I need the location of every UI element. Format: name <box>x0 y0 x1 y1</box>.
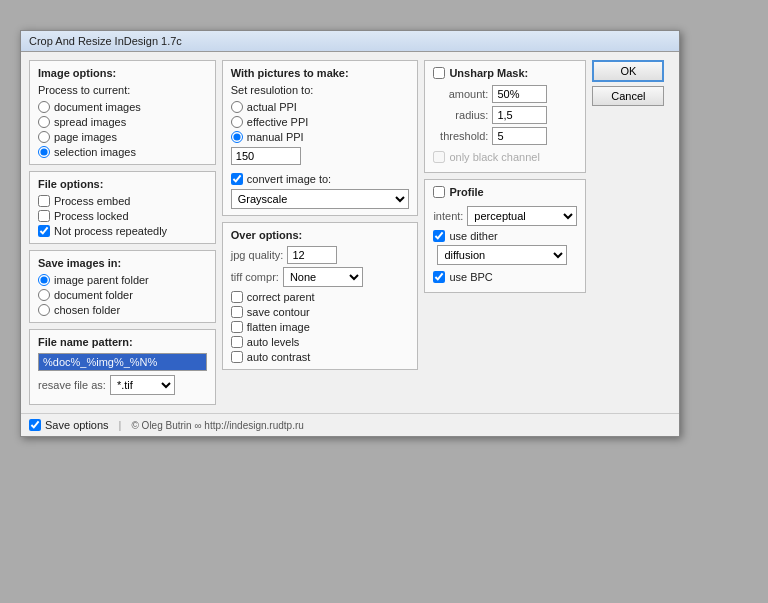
only-black-channel-label: only black channel <box>449 151 540 163</box>
radio-actual-ppi[interactable]: actual PPI <box>231 101 410 113</box>
correct-parent-label: correct parent <box>247 291 315 303</box>
use-bpc-checkbox[interactable] <box>433 271 445 283</box>
process-locked-input[interactable] <box>38 210 50 222</box>
use-dither-checkbox[interactable] <box>433 230 445 242</box>
amount-input[interactable] <box>492 85 547 103</box>
unsharp-section: Unsharp Mask: amount: radius: threshold: <box>424 60 586 173</box>
save-images-title: Save images in: <box>38 257 207 269</box>
threshold-label: threshold: <box>433 130 488 142</box>
radio-effective-ppi[interactable]: effective PPI <box>231 116 410 128</box>
radio-chosen-folder-label: chosen folder <box>54 304 120 316</box>
dialog-title: Crop And Resize InDesign 1.7c <box>29 35 182 47</box>
not-process-repeatedly-input[interactable] <box>38 225 50 237</box>
auto-contrast-label: auto contrast <box>247 351 311 363</box>
amount-label: amount: <box>433 88 488 100</box>
checkbox-save-contour[interactable]: save contour <box>231 306 410 318</box>
file-name-section: File name pattern: resave file as: *.tif… <box>29 329 216 405</box>
main-dialog: Crop And Resize InDesign 1.7c Image opti… <box>20 30 680 437</box>
intent-select[interactable]: perceptual relative colorimetric saturat… <box>467 206 577 226</box>
process-embed-input[interactable] <box>38 195 50 207</box>
checkbox-not-process-repeatedly[interactable]: Not process repeatedly <box>38 225 207 237</box>
file-name-title: File name pattern: <box>38 336 207 348</box>
radio-actual-ppi-label: actual PPI <box>247 101 297 113</box>
with-pictures-section: With pictures to make: Set resulotion to… <box>222 60 419 216</box>
profile-checkbox[interactable] <box>433 186 445 198</box>
button-panel: OK Cancel <box>592 60 671 405</box>
save-options-checkbox[interactable] <box>29 419 41 431</box>
radio-document-images-label: document images <box>54 101 141 113</box>
diffusion-select[interactable]: diffusion pattern noise <box>437 245 567 265</box>
manual-ppi-input[interactable] <box>231 147 301 165</box>
ok-button[interactable]: OK <box>592 60 664 82</box>
process-to-current-group: document images spread images page image… <box>38 101 207 158</box>
convert-image-label: convert image to: <box>247 173 331 185</box>
radio-page-images[interactable]: page images <box>38 131 207 143</box>
checkbox-process-locked[interactable]: Process locked <box>38 210 207 222</box>
unsharp-mask-checkbox[interactable] <box>433 67 445 79</box>
only-black-channel-checkbox[interactable] <box>433 151 445 163</box>
checkbox-flatten-image[interactable]: flatten image <box>231 321 410 333</box>
use-bpc-label: use BPC <box>449 271 492 283</box>
checkbox-process-embed[interactable]: Process embed <box>38 195 207 207</box>
radio-manual-ppi-input[interactable] <box>231 131 243 143</box>
radio-chosen-folder-input[interactable] <box>38 304 50 316</box>
intent-label: intent: <box>433 210 463 222</box>
save-images-section: Save images in: image parent folder docu… <box>29 250 216 323</box>
radius-input[interactable] <box>492 106 547 124</box>
radio-page-images-label: page images <box>54 131 117 143</box>
auto-contrast-input[interactable] <box>231 351 243 363</box>
radius-label: radius: <box>433 109 488 121</box>
radio-document-folder[interactable]: document folder <box>38 289 207 301</box>
resave-select[interactable]: *.tif *.jpg *.png <box>110 375 175 395</box>
checkbox-auto-levels[interactable]: auto levels <box>231 336 410 348</box>
file-pattern-input[interactable] <box>38 353 207 371</box>
over-options-section: Over options: jpg quality: tiff compr: N… <box>222 222 419 370</box>
image-options-title: Image options: <box>38 67 207 79</box>
resolution-group: actual PPI effective PPI manual PPI <box>231 101 410 143</box>
radio-image-parent[interactable]: image parent folder <box>38 274 207 286</box>
radio-document-images[interactable]: document images <box>38 101 207 113</box>
radio-actual-ppi-input[interactable] <box>231 101 243 113</box>
radio-selection-images-input[interactable] <box>38 146 50 158</box>
checkbox-auto-contrast[interactable]: auto contrast <box>231 351 410 363</box>
cancel-button[interactable]: Cancel <box>592 86 664 106</box>
profile-label: Profile <box>449 186 483 198</box>
save-options-label: Save options <box>45 419 109 431</box>
radio-document-images-input[interactable] <box>38 101 50 113</box>
save-contour-label: save contour <box>247 306 310 318</box>
convert-image-checkbox[interactable] <box>231 173 243 185</box>
radio-spread-images-input[interactable] <box>38 116 50 128</box>
over-options-title: Over options: <box>231 229 410 241</box>
radio-document-folder-input[interactable] <box>38 289 50 301</box>
flatten-image-label: flatten image <box>247 321 310 333</box>
flatten-image-input[interactable] <box>231 321 243 333</box>
threshold-input[interactable] <box>492 127 547 145</box>
footer-separator: | <box>119 419 122 431</box>
radio-effective-ppi-input[interactable] <box>231 116 243 128</box>
radio-image-parent-label: image parent folder <box>54 274 149 286</box>
radio-selection-images-label: selection images <box>54 146 136 158</box>
tiff-comp-select[interactable]: None LZW ZIP JPEG <box>283 267 363 287</box>
resave-label: resave file as: <box>38 379 106 391</box>
right-panel: Unsharp Mask: amount: radius: threshold: <box>424 60 586 405</box>
radio-manual-ppi[interactable]: manual PPI <box>231 131 410 143</box>
process-locked-label: Process locked <box>54 210 129 222</box>
save-options-checkbox-label[interactable]: Save options <box>29 419 109 431</box>
radio-selection-images[interactable]: selection images <box>38 146 207 158</box>
radio-spread-images-label: spread images <box>54 116 126 128</box>
title-bar: Crop And Resize InDesign 1.7c <box>21 31 679 52</box>
image-options-section: Image options: Process to current: docum… <box>29 60 216 165</box>
save-images-group: image parent folder document folder chos… <box>38 274 207 316</box>
radio-image-parent-input[interactable] <box>38 274 50 286</box>
radio-chosen-folder[interactable]: chosen folder <box>38 304 207 316</box>
with-pictures-title: With pictures to make: <box>231 67 410 79</box>
process-embed-label: Process embed <box>54 195 130 207</box>
checkbox-correct-parent[interactable]: correct parent <box>231 291 410 303</box>
auto-levels-input[interactable] <box>231 336 243 348</box>
radio-spread-images[interactable]: spread images <box>38 116 207 128</box>
correct-parent-input[interactable] <box>231 291 243 303</box>
save-contour-input[interactable] <box>231 306 243 318</box>
radio-page-images-input[interactable] <box>38 131 50 143</box>
jpg-quality-input[interactable] <box>287 246 337 264</box>
convert-select[interactable]: Grayscale RGB CMYK Bitmap <box>231 189 410 209</box>
